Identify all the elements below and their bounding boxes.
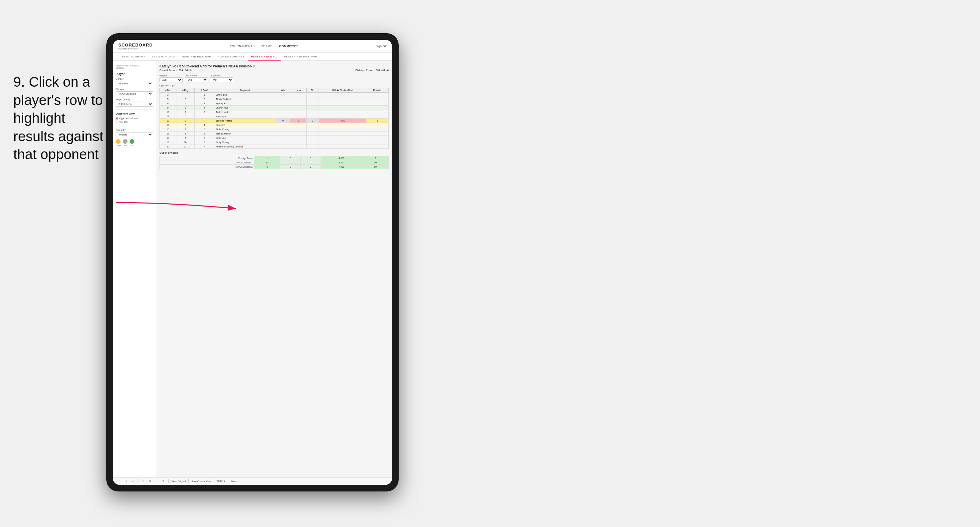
gender-label: Gender xyxy=(116,78,153,80)
col-tie: Tie xyxy=(306,88,318,93)
colour-by-section: Colour by Win/loss Down Level xyxy=(116,129,153,146)
filters-row: Region (All) Conference (All) Opponent xyxy=(159,75,389,83)
ood-table: Foreign Team 1 0 0 4.500 2 NAIA Division… xyxy=(159,156,389,169)
colour-legend: Down Level Up xyxy=(116,139,153,146)
grid-btn[interactable]: ⊞ xyxy=(148,479,153,483)
colour-by-select[interactable]: Win/loss xyxy=(116,132,153,137)
table-row[interactable]: 13 1 Jessica Huang 0 1 0 -3.00 2 xyxy=(160,119,389,123)
conference-select[interactable]: (All) xyxy=(185,77,208,83)
step-number: 9. xyxy=(13,74,25,90)
out-of-division-title: Out of division xyxy=(159,151,389,154)
col-diff: Diff Av Strokes/Rnd xyxy=(319,88,366,93)
table-row[interactable]: 14 7 4 Eunice Yi xyxy=(160,123,389,127)
opponent-view-title: Opponent view xyxy=(116,112,153,115)
gender-select[interactable]: Women's xyxy=(116,81,153,86)
separator4 xyxy=(213,479,214,483)
timestamp: Last Updated: 27/03/2024 16:55:28 xyxy=(116,64,153,69)
cut-btn[interactable]: ✂ xyxy=(140,479,145,483)
division-record: Division Record: 331 - 34 - 6 xyxy=(355,69,389,72)
nav-links: TOURNAMENTS TEAMS COMMITTEE xyxy=(230,44,299,48)
table-row[interactable]: 19 10 6 Emily Chang xyxy=(160,140,389,144)
legend-dot-up xyxy=(130,139,134,144)
col-opponent: Opponent xyxy=(214,88,276,93)
col-reg: # Reg xyxy=(177,88,194,93)
h2h-grid-table: # Div # Reg # Conf Opponent Win Loss Tie… xyxy=(159,88,389,149)
share-btn[interactable]: Share xyxy=(231,480,237,483)
bottom-toolbar: ↩ ↪ ⎌ ✂ ⊞ · ⟳ View: Original Save Custom… xyxy=(113,477,392,485)
division-select[interactable]: NCAA Division III xyxy=(116,91,153,96)
logo: SCOREBOARD xyxy=(118,43,153,48)
dot-btn[interactable]: · xyxy=(155,479,159,483)
reset-btn[interactable]: ⎌ xyxy=(131,479,135,483)
col-conf: # Conf xyxy=(194,88,214,93)
separator5 xyxy=(228,479,228,483)
separator2 xyxy=(169,479,169,483)
legend-up: Up xyxy=(130,139,134,146)
divider2 xyxy=(116,126,153,126)
table-row[interactable]: 10 6 3 Andrea York xyxy=(160,110,389,114)
subnav-player-h2h-heatmap[interactable]: PLAYER H2H HEATMAP xyxy=(281,53,321,61)
player-section-title: Player xyxy=(116,72,153,76)
main-content: Last Updated: 27/03/2024 16:55:28 Player… xyxy=(113,61,392,477)
redo-btn[interactable]: ↪ xyxy=(124,479,128,483)
table-row[interactable]: 9 1 4 Sharon Mun xyxy=(160,106,389,110)
nav-teams[interactable]: TEAMS xyxy=(261,44,273,48)
divider xyxy=(116,109,153,110)
player-rank-label: Player (Rank) xyxy=(116,98,153,101)
colour-by-label: Colour by xyxy=(116,129,153,131)
ood-row[interactable]: NAIA Division 1 15 0 0 9.267 30 xyxy=(160,160,389,165)
nav-committee[interactable]: COMMITTEE xyxy=(279,44,299,48)
subnav-player-h2h-grid[interactable]: PLAYER H2H GRID xyxy=(248,53,281,61)
ood-row[interactable]: Foreign Team 1 0 0 4.500 2 xyxy=(160,156,389,160)
opponent-select[interactable]: (All) xyxy=(210,77,233,83)
instruction-text: 9. Click on a player's row to highlight … xyxy=(13,73,106,164)
radio-dot-selected xyxy=(116,117,118,119)
legend-dot-down xyxy=(116,139,121,144)
tablet-device: SCOREBOARD Powered by clipp'd TOURNAMENT… xyxy=(106,33,399,492)
data-panel: Katelyn Vo Head-to-Head Grid for Women's… xyxy=(156,61,392,477)
col-div: # Div xyxy=(160,88,177,93)
legend-level: Level xyxy=(123,139,127,146)
instruction-body: Click on a player's row to highlight res… xyxy=(13,74,103,162)
logo-sub: Powered by clipp'd xyxy=(118,48,153,50)
watch-btn[interactable]: Watch ▾ xyxy=(216,480,225,483)
subnav-team-summary[interactable]: TEAM SUMMARY xyxy=(118,53,148,61)
undo-btn[interactable]: ↩ xyxy=(116,479,121,483)
save-custom-btn[interactable]: Save Custom View xyxy=(191,480,211,483)
table-row[interactable]: 6 1 3 Sydney Kuo xyxy=(160,101,389,106)
table-row[interactable]: 16 9 1 Jessica Mason xyxy=(160,132,389,136)
region-select[interactable]: (All) xyxy=(159,77,183,83)
nav-tournaments[interactable]: TOURNAMENTS xyxy=(230,44,255,48)
radio-dot-unselected xyxy=(116,121,118,123)
subnav-player-summary[interactable]: PLAYER SUMMARY xyxy=(214,53,248,61)
sign-out-link[interactable]: Sign out xyxy=(376,44,387,48)
tablet-screen: SCOREBOARD Powered by clipp'd TOURNAMENT… xyxy=(113,40,392,485)
table-row[interactable]: 20 11 7 Federica Domecq Lacroze xyxy=(160,144,389,149)
legend-dot-level xyxy=(123,139,127,144)
sub-nav: TEAM SUMMARY TEAM H2H GRID TEAM H2H HEAT… xyxy=(113,53,392,61)
division-label: Division xyxy=(116,88,153,90)
refresh-btn[interactable]: ⟳ xyxy=(161,479,166,483)
ood-row[interactable]: NCAA Division 2 5 0 0 7.400 10 xyxy=(160,165,389,169)
table-row[interactable]: 15 8 5 Stella Cheng xyxy=(160,127,389,132)
table-row[interactable]: 18 2 2 Euna Lee xyxy=(160,136,389,140)
logo-area: SCOREBOARD Powered by clipp'd xyxy=(118,43,153,50)
view-original-btn[interactable]: View: Original xyxy=(172,480,186,483)
separator3 xyxy=(188,479,189,483)
record-row: Overall Record: 353 - 34 - 6 Division Re… xyxy=(159,69,389,72)
subnav-team-h2h-heatmap[interactable]: TEAM H2H HEATMAP xyxy=(178,53,214,61)
subnav-team-h2h-grid[interactable]: TEAM H2H GRID xyxy=(148,53,178,61)
radio-group: Opponents Played Top 100 xyxy=(116,117,153,123)
radio-top100[interactable]: Top 100 xyxy=(116,121,153,123)
opponents-label: Opponents: (All) xyxy=(159,84,389,87)
overall-record: Overall Record: 353 - 34 - 6 xyxy=(159,69,191,72)
col-loss: Loss xyxy=(290,88,306,93)
legend-down: Down xyxy=(116,139,121,146)
player-rank-select[interactable]: 8. Katelyn Vo xyxy=(116,102,153,106)
panel-title: Katelyn Vo Head-to-Head Grid for Women's… xyxy=(159,64,389,68)
top-nav: SCOREBOARD Powered by clipp'd TOURNAMENT… xyxy=(113,40,392,53)
table-row[interactable]: 3 1 Esther Lee xyxy=(160,93,389,97)
table-row[interactable]: 5 2 2 Alexis Sudjianto xyxy=(160,97,389,101)
table-row[interactable]: 13 1 Haeji Hyun xyxy=(160,114,389,119)
radio-opponents-played[interactable]: Opponents Played xyxy=(116,117,153,119)
